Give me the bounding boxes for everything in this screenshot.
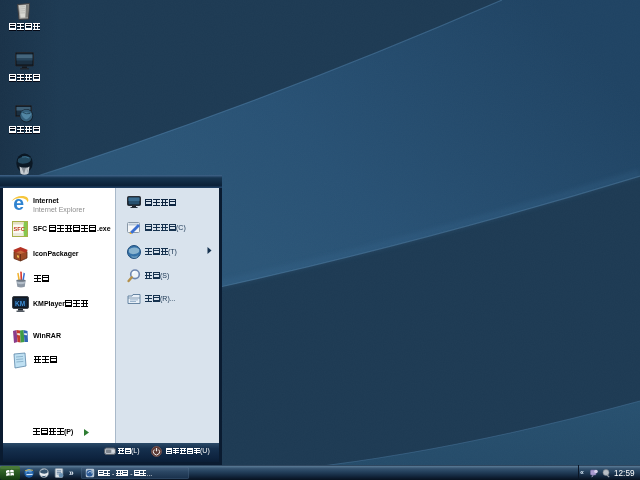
svg-text:KM: KM — [15, 300, 25, 307]
svg-text:SFC: SFC — [14, 226, 25, 232]
